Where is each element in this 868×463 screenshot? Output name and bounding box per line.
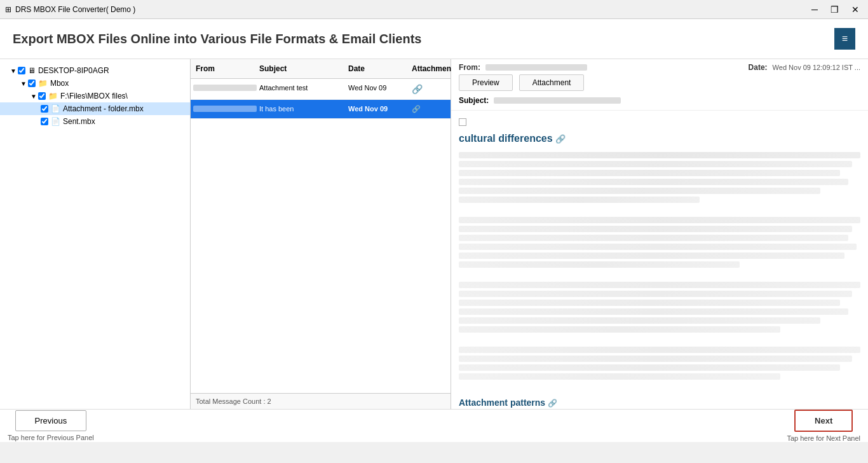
body-paragraph-1 bbox=[459, 152, 860, 203]
tree-label-attachment: Attachment - folder.mbx bbox=[63, 104, 144, 113]
previous-hint: Tap here for Previous Panel bbox=[8, 434, 94, 441]
email-row-2[interactable]: It has been Wed Nov 09 🔗 bbox=[191, 100, 451, 119]
email-list-body: Attachment test Wed Nov 09 🔗 It has been… bbox=[191, 79, 451, 393]
minimize-button[interactable]: ─ bbox=[808, 3, 822, 16]
col-subject: Subject bbox=[257, 63, 346, 74]
preview-button[interactable]: Preview bbox=[459, 74, 513, 91]
nav-right: Next Tap here for Next Panel bbox=[787, 410, 860, 442]
next-button[interactable]: Next bbox=[794, 410, 853, 432]
tree-label-files: F:\Files\MBOX files\ bbox=[60, 92, 128, 100]
email-date-2: Wed Nov 09 bbox=[346, 104, 409, 114]
main-content: ▼ 🖥 DESKTOP-8IP0AGR ▼ 📁 Mbox ▼ 📁 F:\File… bbox=[0, 59, 868, 409]
tree-item-attachment[interactable]: 📄 Attachment - folder.mbx bbox=[0, 102, 190, 115]
file-icon-attachment: 📄 bbox=[51, 104, 60, 113]
email-preview-panel: From: Date: Wed Nov 09 12:09:12 IST ... … bbox=[451, 59, 868, 409]
nav-left: Previous Tap here for Previous Panel bbox=[8, 410, 94, 441]
tree-item-sent[interactable]: 📄 Sent.mbx bbox=[0, 115, 190, 128]
tree-checkbox-sent[interactable] bbox=[41, 118, 48, 125]
subject-row: Subject: bbox=[451, 93, 868, 111]
email-list-panel: From Subject Date Attachment Attachment … bbox=[191, 59, 451, 409]
email-subject-2: It has been bbox=[257, 104, 346, 114]
tree-checkbox-files[interactable] bbox=[38, 92, 46, 100]
titlebar-controls[interactable]: ─ ❒ ✕ bbox=[808, 3, 863, 16]
bottom-nav: Previous Tap here for Previous Panel Nex… bbox=[0, 409, 868, 442]
app-title: Export MBOX Files Online into Various Fi… bbox=[13, 32, 421, 46]
tree-item-desktop[interactable]: ▼ 🖥 DESKTOP-8IP0AGR bbox=[0, 64, 190, 77]
email-row-1[interactable]: Attachment test Wed Nov 09 🔗 bbox=[191, 79, 451, 100]
preview-attachment-row: Preview Attachment bbox=[451, 74, 868, 93]
body-paragraph-3 bbox=[459, 282, 860, 333]
expand-icon-mbox: ▼ bbox=[20, 80, 27, 87]
app-icon: ⊞ bbox=[5, 5, 11, 14]
expand-icon-files: ▼ bbox=[31, 93, 37, 100]
from-label: From: bbox=[459, 63, 480, 72]
email-attach-1: 🔗 bbox=[409, 83, 451, 95]
email-from-2 bbox=[193, 106, 257, 112]
expand-icon: ▼ bbox=[10, 67, 17, 74]
date-value: Wed Nov 09 12:09:12 IST ... bbox=[773, 64, 860, 71]
email-from-1 bbox=[193, 85, 257, 91]
body-paragraph-2 bbox=[459, 217, 860, 268]
email-subject-1: Attachment test bbox=[257, 83, 346, 95]
computer-icon: 🖥 bbox=[28, 66, 36, 75]
folder-icon-files: 📁 bbox=[48, 92, 58, 100]
file-tree-panel: ▼ 🖥 DESKTOP-8IP0AGR ▼ 📁 Mbox ▼ 📁 F:\File… bbox=[0, 59, 191, 409]
col-attachment: Attachment bbox=[409, 63, 454, 74]
app-title: DRS MBOX File Converter( Demo ) bbox=[15, 5, 135, 14]
tree-item-files[interactable]: ▼ 📁 F:\Files\MBOX files\ bbox=[0, 90, 190, 102]
tree-checkbox-mbox[interactable] bbox=[28, 79, 36, 87]
date-label: Date: bbox=[749, 63, 768, 72]
email-list-header: From Subject Date Attachment bbox=[191, 59, 451, 79]
menu-button[interactable]: ≡ bbox=[834, 28, 855, 50]
attachment-button[interactable]: Attachment bbox=[519, 74, 585, 91]
subject-value bbox=[494, 97, 621, 104]
next-hint: Tap here for Next Panel bbox=[787, 434, 860, 442]
close-button[interactable]: ✕ bbox=[848, 3, 863, 16]
email-list-footer: Total Message Count : 2 bbox=[191, 393, 451, 409]
file-icon-sent: 📄 bbox=[51, 117, 60, 126]
from-value bbox=[485, 64, 587, 71]
previous-button[interactable]: Previous bbox=[15, 410, 87, 431]
folder-icon-mbox: 📁 bbox=[38, 79, 48, 88]
total-count: Total Message Count : 2 bbox=[196, 397, 271, 405]
col-date: Date bbox=[346, 63, 409, 74]
tree-label-desktop: DESKTOP-8IP0AGR bbox=[38, 66, 109, 75]
titlebar-left: ⊞ DRS MBOX File Converter( Demo ) bbox=[5, 5, 135, 14]
body-title: cultural differences 🔗 bbox=[459, 133, 860, 144]
tree-item-mbox[interactable]: ▼ 📁 Mbox bbox=[0, 77, 190, 90]
tree-label-sent: Sent.mbx bbox=[63, 117, 95, 126]
body-paragraph-4 bbox=[459, 347, 860, 380]
email-date-1: Wed Nov 09 bbox=[346, 83, 409, 95]
titlebar: ⊞ DRS MBOX File Converter( Demo ) ─ ❒ ✕ bbox=[0, 0, 868, 19]
tree-checkbox-desktop[interactable] bbox=[18, 67, 25, 74]
email-meta-row: From: Date: Wed Nov 09 12:09:12 IST ... bbox=[451, 59, 868, 74]
email-attach-2: 🔗 bbox=[409, 104, 451, 114]
tree-checkbox-attachment[interactable] bbox=[41, 105, 48, 113]
email-body-area[interactable]: cultural differences 🔗 bbox=[451, 111, 868, 409]
maximize-button[interactable]: ❒ bbox=[827, 3, 843, 16]
col-from: From bbox=[193, 63, 257, 74]
tree-label-mbox: Mbox bbox=[50, 79, 69, 88]
app-header: Export MBOX Files Online into Various Fi… bbox=[0, 19, 868, 59]
body-subtitle: Attachment patterns 🔗 bbox=[459, 397, 860, 408]
subject-label: Subject: bbox=[459, 96, 489, 105]
checkbox-indicator bbox=[459, 118, 860, 128]
